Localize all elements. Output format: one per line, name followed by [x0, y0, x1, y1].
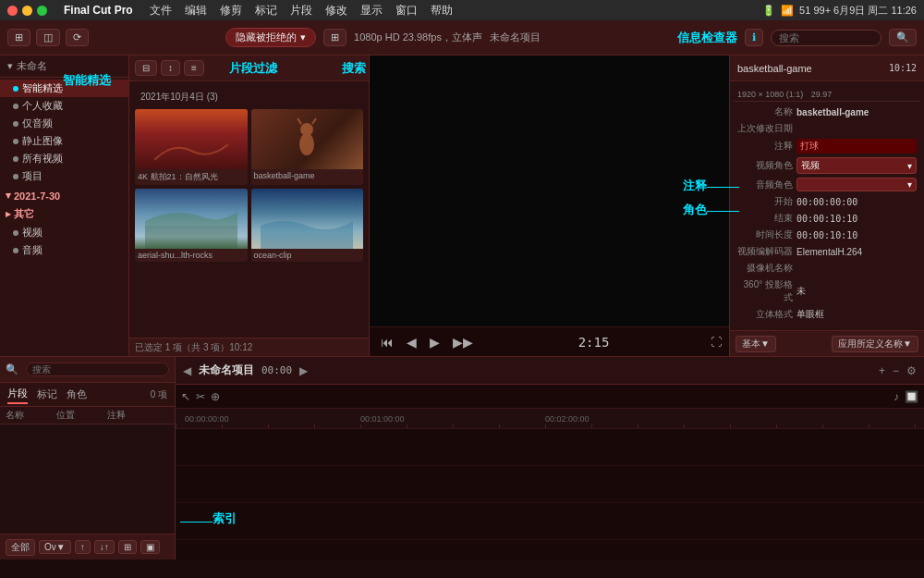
info-icon-button[interactable]: ℹ: [745, 29, 763, 46]
tl-tool-blade[interactable]: ✂: [196, 390, 205, 403]
minimize-button[interactable]: [22, 6, 32, 16]
timeline-right-btn[interactable]: ▶: [299, 364, 308, 377]
sidebar: ▾ 未命名 智能精选 个人收藏 仅音频 静止图像 所有视频: [0, 55, 129, 356]
index-tab-markers[interactable]: 标记: [37, 386, 57, 403]
sidebar-item-favorites[interactable]: 个人收藏: [0, 97, 128, 115]
index-grid-btn[interactable]: ⊞: [118, 540, 137, 554]
index-all-btn[interactable]: 全部: [6, 539, 35, 556]
toolbar-right: 信息检查器 ℹ 🔍: [677, 29, 917, 46]
preview-panel: ⏮ ◀ ▶ ▶▶ 2:15 ⛶: [370, 55, 730, 356]
dot-icon: [13, 248, 18, 253]
menu-view[interactable]: 显示: [360, 3, 383, 18]
sidebar-item-smart-select[interactable]: 智能精选: [0, 80, 128, 97]
tl-audio-btn[interactable]: ♪: [894, 390, 899, 403]
sidebar-item-stills[interactable]: 静止图像: [0, 132, 128, 150]
toolbar-btn-2[interactable]: ◫: [36, 29, 60, 46]
index-panel-btn[interactable]: ▣: [140, 540, 160, 554]
sidebar-item-video[interactable]: 视频: [0, 224, 128, 241]
transport-back-btn[interactable]: ◀: [403, 333, 420, 351]
sidebar-item-audio[interactable]: 音频: [0, 241, 128, 259]
thumbnail-item-2[interactable]: aerial-shu...lth-rocks: [135, 189, 248, 262]
ruler-label-1: 00:01:00:00: [360, 414, 405, 424]
index-body: [0, 424, 175, 534]
audio-role-dropdown[interactable]: ▾: [796, 178, 917, 191]
thumbnail-item-1[interactable]: basketball-game: [251, 109, 364, 185]
bottom-section: 🔍 片段 标记 角色 0 项 名称 位置 注释 全部 Ov▼ ↑ ↓↑ ⊞ ▣ …: [0, 356, 924, 560]
timeline-zoom-in-btn[interactable]: +: [879, 364, 885, 377]
basic-button[interactable]: 基本▼: [736, 336, 776, 352]
thumb-label-1: basketball-game: [251, 169, 364, 182]
sidebar-group-2021[interactable]: ▾ 2021-7-30: [0, 187, 128, 204]
transport-fwd-btn[interactable]: ▶▶: [449, 333, 477, 351]
dot-icon: [13, 104, 18, 109]
timeline-settings-btn[interactable]: ⚙: [906, 364, 917, 377]
menu-trim[interactable]: 修剪: [220, 3, 242, 18]
thumbnail-item-0[interactable]: 4K 航拍21：自然风光: [135, 109, 248, 185]
tl-tool-select[interactable]: ↖: [181, 390, 190, 403]
transport-play-btn[interactable]: ▶: [426, 333, 444, 351]
menu-modify[interactable]: 修改: [325, 3, 347, 18]
inspector-header: basketball-game 10:12: [730, 55, 924, 81]
clock-label: 51 99+ 6月9日 周二 11:26: [799, 4, 917, 18]
dims-label: 1920 × 1080 (1:1): [737, 90, 803, 99]
menu-right-icons: 🔋 📶 51 99+ 6月9日 周二 11:26: [762, 4, 917, 18]
search-input[interactable]: [771, 30, 881, 46]
index-tab-clips[interactable]: 片段: [7, 385, 28, 404]
sidebar-item-audio-only[interactable]: 仅音频: [0, 115, 128, 132]
browser-sort-btn[interactable]: ↕: [161, 60, 180, 76]
view-toggle-button[interactable]: ⊞: [323, 29, 346, 46]
clip-filter-button[interactable]: 隐藏被拒绝的 ▾: [225, 28, 316, 47]
app-name: Final Cut Pro: [64, 4, 133, 17]
menu-edit[interactable]: 编辑: [185, 3, 207, 18]
index-sort-btn[interactable]: ↓↑: [94, 540, 115, 554]
maximize-button[interactable]: [37, 6, 47, 16]
tl-tool-zoom[interactable]: ⊕: [211, 390, 220, 403]
browser-toolbar: ⊟ ↕ ≡: [129, 55, 369, 81]
timeline-ruler: 00:00:00:00 00:01:00:00 00:02:00:00: [176, 409, 924, 429]
index-up-btn[interactable]: ↑: [75, 540, 91, 554]
menu-clip[interactable]: 片段: [290, 3, 312, 18]
index-ov-btn[interactable]: Ov▼: [39, 540, 71, 554]
menu-window[interactable]: 窗口: [395, 3, 418, 18]
chevron-icon: ▾: [6, 190, 11, 202]
menu-help[interactable]: 帮助: [431, 3, 453, 18]
timeline-zoom-out-btn[interactable]: −: [893, 364, 899, 377]
apply-name-button[interactable]: 应用所定义名称▼: [832, 336, 918, 352]
duration-label: 时间长度: [737, 228, 793, 241]
smart-select-dot: [13, 86, 18, 92]
inspector-timecode: 10:12: [889, 63, 917, 73]
col-position: 位置: [56, 409, 107, 422]
fullscreen-button[interactable]: ⛶: [711, 336, 722, 349]
index-tab-roles[interactable]: 角色: [67, 386, 87, 403]
note-value[interactable]: 打球: [796, 139, 917, 154]
sidebar-group-other[interactable]: ▸ 其它: [0, 204, 128, 224]
video-role-dropdown[interactable]: 视频 ▾: [796, 157, 917, 174]
sidebar-item-projects[interactable]: 项目: [0, 167, 128, 185]
toolbar-btn-3[interactable]: ⟳: [66, 29, 89, 46]
end-label: 结束: [737, 212, 793, 225]
browser-filter-btn[interactable]: ≡: [184, 60, 204, 76]
import-button[interactable]: ⊞: [7, 29, 30, 46]
project-name-label: 未命名项目: [490, 31, 541, 44]
menu-file[interactable]: 文件: [150, 3, 172, 18]
transport-prev-btn[interactable]: ⏮: [377, 333, 397, 351]
insp-section-header: 1920 × 1080 (1:1) 29.97: [734, 85, 920, 102]
index-search-input[interactable]: [26, 363, 169, 376]
timeline-left-btn[interactable]: ◀: [183, 364, 191, 377]
close-button[interactable]: [7, 6, 18, 16]
tl-snap-btn[interactable]: 🔲: [905, 390, 918, 403]
svg-line-3: [312, 118, 316, 124]
track-lane-1: [176, 429, 924, 466]
menu-mark[interactable]: 标记: [255, 3, 277, 18]
created-label: 上次修改日期: [737, 122, 793, 135]
thumb-image-0: [135, 109, 248, 169]
index-footer: 全部 Ov▼ ↑ ↓↑ ⊞ ▣: [0, 534, 175, 560]
sidebar-item-all-video[interactable]: 所有视频: [0, 150, 128, 167]
sidebar-allvideo-label: 所有视频: [22, 152, 63, 166]
audio-role-label: 音频角色: [737, 178, 793, 191]
search-button[interactable]: 🔍: [889, 29, 917, 46]
browser-view-btn[interactable]: ⊟: [135, 60, 157, 76]
thumbnail-item-3[interactable]: ocean-clip: [251, 189, 364, 262]
preview-controls: 2:15: [482, 335, 705, 350]
toolbar: ⊞ ◫ ⟳ 隐藏被拒绝的 ▾ ⊞ 1080p HD 23.98fps，立体声 未…: [0, 20, 924, 55]
